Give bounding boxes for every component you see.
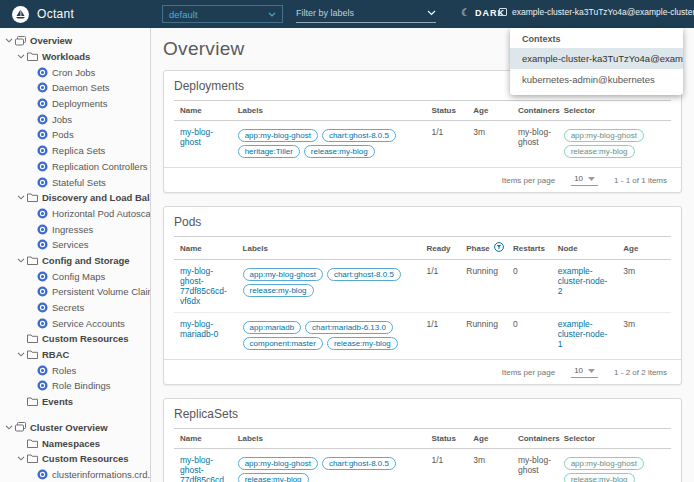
- sidebar-item-clusterinformations-crd-projec[interactable]: clusterinformations.crd.projec: [0, 467, 150, 482]
- chevron-down-icon: [5, 38, 13, 43]
- sidebar-item-namespaces[interactable]: Namespaces: [0, 435, 150, 451]
- cell-link[interactable]: example-cluster-node-1: [558, 319, 608, 349]
- resource-icon: [36, 271, 48, 282]
- sidebar-item-config-maps[interactable]: Config Maps: [0, 268, 150, 284]
- folder-icon: [26, 193, 38, 202]
- sidebar-item-label: Deployments: [52, 98, 107, 109]
- column-header-label: Name: [180, 434, 202, 443]
- label-chip: app:my-blog-ghost: [238, 457, 318, 470]
- sidebar-item-custom-resources[interactable]: Custom Resources: [0, 451, 150, 467]
- resource-icon: [36, 469, 48, 480]
- context-selector[interactable]: example-cluster-ka3TuTzYo4a@example-clus…: [499, 7, 684, 17]
- cell-link[interactable]: my-blog-ghost-77df85c6cd: [180, 455, 224, 482]
- sidebar-item-workloads[interactable]: Workloads: [0, 49, 150, 65]
- sidebar-item-secrets[interactable]: Secrets: [0, 300, 150, 316]
- sidebar-item-horizontal-pod-autoscalers[interactable]: Horizontal Pod Autoscalers: [0, 206, 150, 222]
- column-header: Age: [467, 101, 512, 121]
- sidebar-item-service-accounts[interactable]: Service Accounts: [0, 315, 150, 331]
- sidebar-item-custom-resources[interactable]: Custom Resources: [0, 331, 150, 347]
- sidebar-item-pods[interactable]: Pods: [0, 127, 150, 143]
- chevron-down-icon[interactable]: [427, 10, 436, 16]
- column-header: Labels: [232, 429, 426, 449]
- context-menu-item[interactable]: example-cluster-ka3TuTzYo4a@example-clu.…: [510, 48, 683, 69]
- cell-text: 0: [513, 266, 518, 276]
- sidebar-item-events[interactable]: Events: [0, 394, 150, 410]
- sidebar-item-role-bindings[interactable]: Role Bindings: [0, 378, 150, 394]
- table-cell: 3m: [617, 313, 671, 358]
- sidebar-item-label: Persistent Volume Claims: [52, 286, 151, 297]
- column-header: Restarts: [507, 237, 552, 260]
- sidebar-item-config-and-storage[interactable]: Config and Storage: [0, 253, 150, 269]
- chevron-down-icon[interactable]: [16, 258, 26, 263]
- table-row: my-blog-ghost-77df85c6cdapp:my-blog-ghos…: [174, 449, 671, 482]
- cell-link[interactable]: example-cluster-node-2: [558, 266, 608, 296]
- sidebar-item-replication-controllers[interactable]: Replication Controllers: [0, 159, 150, 175]
- resource-icon: [37, 129, 48, 140]
- chevron-down-icon[interactable]: [16, 54, 26, 59]
- resource-icon: [36, 302, 48, 313]
- folder-icon: [26, 350, 38, 359]
- sidebar-item-deployments[interactable]: Deployments: [0, 96, 150, 112]
- page-size-select[interactable]: 10: [571, 366, 598, 378]
- sidebar-item-roles[interactable]: Roles: [0, 362, 150, 378]
- label-filter[interactable]: [296, 4, 436, 23]
- cell-link[interactable]: my-blog-ghost: [180, 127, 213, 147]
- table-cell: app:my-blog-ghostchart:ghost-8.0.5releas…: [232, 449, 426, 482]
- data-table: NameLabelsReadyPhaseRestartsNodeAgemy-bl…: [174, 236, 671, 357]
- table-header-row: NameLabelsStatusAgeContainersSelector: [174, 429, 671, 449]
- label-chip: app:my-blog-ghost: [243, 268, 323, 281]
- folder-icon: [27, 350, 38, 359]
- sidebar-item-label: Pods: [52, 129, 74, 140]
- table-cell: example-cluster-node-1: [552, 313, 618, 358]
- moon-icon: ☾: [461, 7, 471, 18]
- filter-icon[interactable]: [494, 242, 504, 252]
- cell-link[interactable]: my-blog-mariadb-0: [180, 319, 218, 339]
- sidebar-item-daemon-sets[interactable]: Daemon Sets: [0, 80, 150, 96]
- table-cell: example-cluster-node-2: [552, 260, 618, 313]
- cell-link[interactable]: my-blog-ghost-77df85c6cd-vf6dx: [180, 266, 227, 306]
- chevron-down-icon: [268, 12, 276, 17]
- column-header: Phase: [460, 237, 507, 260]
- chevron-down-icon: [17, 54, 25, 59]
- sidebar-item-replica-sets[interactable]: Replica Sets: [0, 143, 150, 159]
- label-filter-input[interactable]: [296, 8, 427, 18]
- chevron-down-icon[interactable]: [4, 38, 14, 43]
- card-title: Pods: [174, 215, 671, 229]
- context-menu-item[interactable]: kubernetes-admin@kubernetes: [510, 69, 683, 90]
- sidebar-item-services[interactable]: Services: [0, 237, 150, 253]
- sailboat-glyph: [15, 9, 26, 20]
- table-header-row: NameLabelsStatusAgeContainersSelector: [174, 101, 671, 121]
- cell-text: 3m: [623, 319, 635, 329]
- column-header-label: Labels: [238, 434, 263, 443]
- sidebar-item-jobs[interactable]: Jobs: [0, 111, 150, 127]
- selector-chip: app:my-blog-ghost: [564, 129, 644, 142]
- sidebar-item-overview[interactable]: Overview: [0, 33, 150, 49]
- table-cell: my-blog-mariadb-0: [174, 313, 237, 358]
- selector-chip: app:my-blog-ghost: [564, 457, 644, 470]
- table-cell: Running: [460, 313, 507, 358]
- page-size-select[interactable]: 10: [571, 174, 598, 186]
- chevron-down-icon[interactable]: [16, 352, 26, 357]
- sidebar-item-label: Replication Controllers: [52, 161, 148, 172]
- sidebar-item-rbac[interactable]: RBAC: [0, 347, 150, 363]
- octant-logo-icon: [12, 6, 29, 23]
- chevron-down-icon[interactable]: [16, 456, 26, 461]
- namespace-selector[interactable]: default: [162, 5, 283, 23]
- resource-icon: [37, 271, 48, 282]
- resource-icon: [36, 224, 48, 235]
- resource-icon: [36, 98, 48, 109]
- sidebar-item-cron-jobs[interactable]: Cron Jobs: [0, 64, 150, 80]
- resource-icon: [36, 177, 48, 188]
- sidebar-item-stateful-sets[interactable]: Stateful Sets: [0, 174, 150, 190]
- column-header-label: Restarts: [513, 244, 545, 253]
- sidebar-item-label: Namespaces: [42, 438, 100, 449]
- chevron-down-icon[interactable]: [4, 425, 14, 430]
- column-header: Labels: [237, 237, 421, 260]
- sidebar-item-cluster-overview[interactable]: Cluster Overview: [0, 420, 150, 436]
- column-header-label: Status: [431, 434, 455, 443]
- sidebar-item-discovery-and-load-balancing[interactable]: Discovery and Load Balancing: [0, 190, 150, 206]
- sidebar-item-persistent-volume-claims[interactable]: Persistent Volume Claims: [0, 284, 150, 300]
- column-header: Age: [467, 429, 512, 449]
- chevron-down-icon[interactable]: [16, 195, 26, 200]
- sidebar-item-ingresses[interactable]: Ingresses: [0, 221, 150, 237]
